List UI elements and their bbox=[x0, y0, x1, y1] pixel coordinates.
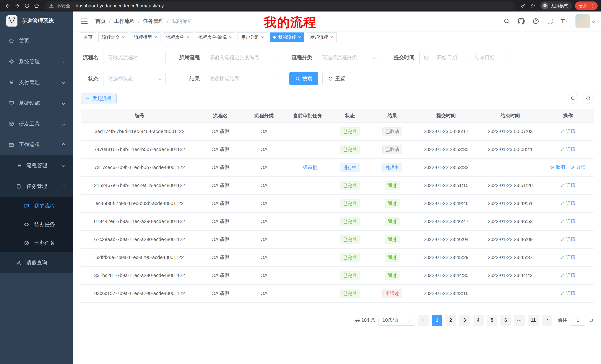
detail-link[interactable]: 详情 bbox=[571, 164, 586, 170]
detail-link[interactable]: 详情 bbox=[561, 182, 575, 188]
tab-process-form[interactable]: 流程表单 × bbox=[163, 32, 193, 42]
user-avatar[interactable] bbox=[575, 14, 590, 29]
next-page-button[interactable] bbox=[541, 315, 552, 326]
omnibox-divider bbox=[73, 3, 73, 8]
page-button-6[interactable]: 6 bbox=[500, 315, 511, 326]
cell-id: ec45f38f-7b9a-11ec-b03b-acde48001122 bbox=[80, 194, 199, 212]
page-button-3[interactable]: 3 bbox=[459, 315, 470, 326]
sidebar-item-home[interactable]: 首页 bbox=[0, 30, 73, 51]
incognito-profile-chip[interactable]: 无痕模式 bbox=[540, 1, 572, 10]
password-key-button[interactable] bbox=[519, 1, 527, 10]
sidebar-toggle-button[interactable] bbox=[80, 18, 89, 25]
search-button[interactable]: 搜索 bbox=[289, 72, 318, 85]
category-select[interactable]: 请选择流程分类 bbox=[317, 51, 380, 64]
tab-start-process[interactable]: 发起流程 × bbox=[307, 32, 337, 42]
status-badge: 已完成 bbox=[340, 145, 360, 154]
detail-link[interactable]: 详情 bbox=[561, 218, 575, 224]
cell-name: OA 请假 bbox=[199, 140, 242, 158]
cell-end-time: 2022-01-22 23:46:09 bbox=[478, 230, 542, 249]
cell-submit-time: 2022-01-22 23:46:04 bbox=[414, 230, 478, 249]
start-process-button[interactable]: 发起流程 bbox=[80, 93, 117, 104]
star-icon bbox=[530, 3, 535, 8]
filter-label: 结果 bbox=[177, 75, 200, 82]
refresh-table-button[interactable] bbox=[583, 93, 594, 104]
close-icon[interactable]: × bbox=[229, 35, 232, 40]
more-pages-button[interactable]: ••• bbox=[514, 315, 525, 326]
close-icon[interactable]: × bbox=[298, 35, 301, 40]
detail-link[interactable]: 详情 bbox=[561, 236, 575, 242]
sidebar-item-my-process[interactable]: 我的流程 bbox=[0, 197, 73, 215]
tab-my-process[interactable]: 我的流程 × bbox=[270, 32, 304, 42]
github-button[interactable] bbox=[518, 18, 525, 25]
reset-button-label: 重置 bbox=[335, 75, 345, 82]
detail-link[interactable]: 详情 bbox=[561, 200, 575, 206]
process-definition-input[interactable] bbox=[205, 51, 278, 64]
task-link[interactable]: 一级审批 bbox=[298, 164, 317, 170]
col-actions: 操作 bbox=[542, 109, 594, 123]
page-button-2[interactable]: 2 bbox=[445, 315, 456, 326]
detail-link[interactable]: 详情 bbox=[561, 146, 575, 152]
sidebar-item-leave-query[interactable]: 请假查询 bbox=[0, 252, 73, 273]
browser-reload-button[interactable] bbox=[23, 1, 31, 10]
sidebar-item-payment[interactable]: ¥ 支付管理 bbox=[0, 72, 73, 93]
date-range-picker[interactable]: 开始日期 - 结束日期 bbox=[419, 51, 505, 64]
breadcrumb: 首页 / 工作流程 / 任务管理 / 我的流程 bbox=[95, 18, 193, 25]
browser-forward-button[interactable] bbox=[13, 1, 21, 10]
cell-category: OA bbox=[242, 284, 286, 302]
close-icon[interactable]: × bbox=[154, 35, 157, 40]
breadcrumb-item[interactable]: 任务管理 bbox=[143, 18, 164, 25]
sidebar-item-devtools[interactable]: 研发工具 bbox=[0, 114, 73, 134]
page-button-4[interactable]: 4 bbox=[473, 315, 484, 326]
app-logo[interactable]: 芋道管理系统 bbox=[0, 11, 73, 30]
process-name-input[interactable] bbox=[103, 51, 166, 64]
bookmark-star-button[interactable] bbox=[529, 1, 537, 10]
detail-link[interactable]: 详情 bbox=[561, 128, 575, 134]
font-size-button[interactable]: TT bbox=[561, 18, 568, 25]
goto-page-input[interactable] bbox=[570, 315, 586, 326]
tab-home[interactable]: 首页 bbox=[80, 32, 96, 42]
status-select[interactable]: 请选择状态 bbox=[103, 72, 166, 85]
result-badge: 通过 bbox=[385, 253, 400, 262]
tab-process-form-edit[interactable]: 流程表单-编辑 × bbox=[195, 32, 235, 42]
address-bar[interactable]: 不安全 dashboard.yudao.iocoder.cn/bpm/task/… bbox=[45, 1, 515, 10]
sidebar-item-todo-tasks[interactable]: 待办任务 bbox=[0, 215, 73, 234]
breadcrumb-item[interactable]: 首页 bbox=[95, 18, 106, 25]
cancel-link[interactable]: 取消 bbox=[550, 164, 565, 170]
sidebar-item-infrastructure[interactable]: 基础设施 bbox=[0, 93, 73, 114]
sidebar-item-done-tasks[interactable]: 已办任务 bbox=[0, 234, 73, 252]
sidebar-item-label: 工作流程 bbox=[19, 141, 40, 148]
detail-link[interactable]: 详情 bbox=[561, 290, 575, 296]
reset-button[interactable]: 重置 bbox=[322, 72, 351, 85]
fullscreen-button[interactable] bbox=[547, 18, 553, 24]
browser-back-button[interactable] bbox=[3, 1, 12, 10]
tab-user-group[interactable]: 用户分组 × bbox=[238, 32, 267, 42]
cell-task bbox=[286, 123, 330, 140]
close-icon[interactable]: × bbox=[261, 35, 264, 40]
prev-page-button[interactable] bbox=[418, 315, 429, 326]
page-button-11[interactable]: 11 bbox=[528, 315, 539, 326]
breadcrumb-item[interactable]: 工作流程 bbox=[114, 18, 135, 25]
close-icon[interactable]: × bbox=[186, 35, 189, 40]
search-icon bbox=[503, 18, 510, 24]
sidebar-item-system[interactable]: 系统管理 bbox=[0, 51, 73, 72]
browser-home-button[interactable] bbox=[32, 1, 41, 10]
close-icon[interactable]: × bbox=[122, 35, 125, 40]
detail-link[interactable]: 详情 bbox=[561, 254, 575, 260]
tags-view-bar: 首页 流程定义 × 流程模型 × 流程表单 × 流程表单-编辑 × bbox=[73, 31, 601, 44]
page-button-1[interactable]: 1 bbox=[432, 315, 442, 326]
tab-process-model[interactable]: 流程模型 × bbox=[130, 32, 160, 42]
tab-process-definition[interactable]: 流程定义 × bbox=[99, 32, 128, 42]
close-icon[interactable]: × bbox=[330, 35, 333, 40]
sidebar-item-task-management[interactable]: 任务管理 bbox=[0, 176, 73, 197]
browser-update-button[interactable]: 更新 ⋮ bbox=[575, 1, 598, 10]
user-menu[interactable] bbox=[575, 14, 595, 29]
page-size-select[interactable]: 10条/页 bbox=[379, 315, 415, 326]
toggle-search-button[interactable] bbox=[568, 93, 578, 104]
help-button[interactable] bbox=[532, 18, 539, 25]
detail-link[interactable]: 详情 bbox=[561, 272, 575, 278]
sidebar-item-workflow[interactable]: 工作流程 bbox=[0, 134, 73, 155]
navbar-search-button[interactable] bbox=[503, 18, 510, 24]
sidebar-item-process-management[interactable]: 流程管理 bbox=[0, 155, 73, 176]
result-select[interactable]: 请选择流结果 bbox=[205, 72, 278, 85]
page-button-5[interactable]: 5 bbox=[487, 315, 497, 326]
